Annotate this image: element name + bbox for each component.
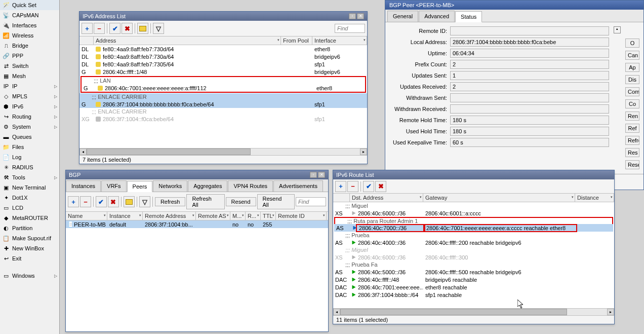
tab-advertisements[interactable]: Advertisements: [273, 180, 323, 192]
col-m-[interactable]: M...▾: [230, 212, 246, 220]
sidebar-item-ip[interactable]: IPIP▷: [0, 81, 59, 91]
side-button[interactable]: Refre: [625, 136, 639, 145]
disable-button[interactable]: ✖: [108, 196, 119, 207]
sidebar-item-exit[interactable]: ↩Exit: [0, 253, 59, 264]
sidebar-item-capsman[interactable]: 📡CAPsMAN: [0, 10, 59, 20]
sidebar-item-windows[interactable]: ▭Windows▷: [0, 271, 59, 281]
sidebar-item-ipv6[interactable]: ⬢IPv6▷: [0, 101, 59, 112]
side-button[interactable]: O: [625, 39, 639, 48]
sidebar-item-bridge[interactable]: ⎍Bridge: [0, 41, 59, 51]
side-button[interactable]: Co: [625, 99, 639, 108]
enable-button[interactable]: ✔: [96, 196, 107, 207]
remove-button[interactable]: −: [80, 196, 91, 207]
side-button[interactable]: Ren: [625, 112, 639, 121]
add-button[interactable]: +: [82, 23, 93, 34]
table-row[interactable]: DAC 2806:3f7:1004:bbbb::/64 sfp1 reachab…: [333, 291, 614, 299]
sidebar-item-files[interactable]: 📁Files: [0, 142, 59, 152]
find-input[interactable]: [335, 24, 365, 33]
sidebar-item-new-winbox[interactable]: ✚New WinBox: [0, 243, 59, 253]
sidebar-item-make-supout.rif[interactable]: 📋Make Supout.rif: [0, 233, 59, 243]
sidebar-item-log[interactable]: 📄Log: [0, 152, 59, 162]
side-button[interactable]: Ap: [625, 63, 639, 72]
minimize-button[interactable]: ▫: [310, 172, 317, 178]
tab-networks[interactable]: Networks: [153, 180, 187, 192]
sidebar-item-quick-set[interactable]: 🪄Quick Set: [0, 0, 59, 10]
col-interface[interactable]: Interface▾: [312, 36, 367, 45]
sidebar-item-ppp[interactable]: 🔗PPP: [0, 51, 59, 61]
add-button[interactable]: +: [335, 181, 346, 192]
table-row[interactable]: XG 2806:3f7:1004::f0ca:bebe/64 sfp1: [79, 115, 367, 123]
col-r-[interactable]: R...▾: [246, 212, 261, 220]
refresh-button[interactable]: Refresh: [155, 197, 186, 206]
filter-button[interactable]: ▽: [153, 23, 164, 34]
col-distance[interactable]: Distance▾: [575, 194, 614, 202]
add-button[interactable]: +: [68, 196, 79, 207]
side-button[interactable]: Can: [625, 51, 639, 60]
tab-advanced[interactable]: Advanced: [419, 11, 455, 22]
table-row[interactable]: DL fe80::4aa9:8aff:feb7:730d/64 ether8: [79, 45, 367, 53]
table-row[interactable]: XS 2806:40c:6000::/36 2806:40c:6001::a:c…: [333, 209, 614, 217]
sidebar-item-switch[interactable]: ⇄Switch: [0, 61, 59, 71]
sidebar-item-new-terminal[interactable]: ▣New Terminal: [0, 182, 59, 193]
tab-vpn4-routes[interactable]: VPN4 Routes: [228, 180, 273, 192]
tab-peers[interactable]: Peers: [127, 181, 153, 192]
tab-aggregates[interactable]: Aggregates: [188, 180, 227, 192]
col-from-pool[interactable]: From Pool: [281, 36, 312, 45]
col-dst[interactable]: Dst. Address▾: [350, 194, 423, 202]
filter-button[interactable]: ▽: [139, 196, 150, 207]
sidebar-item-routing[interactable]: ↪Routing▷: [0, 112, 59, 122]
table-row[interactable]: XS 2806:40c:6000::/36 2806:40c:ffff::300: [333, 253, 614, 261]
table-row[interactable]: DAC 2806:40c:7001:eeee:eee... ether8 rea…: [333, 283, 614, 291]
tab-status[interactable]: Status: [455, 11, 482, 22]
col-ttl[interactable]: TTL▾: [261, 212, 276, 220]
refresh-all-button[interactable]: Refresh All: [186, 194, 224, 209]
col-instance[interactable]: Instance▾: [107, 212, 143, 220]
col-address[interactable]: Address▾: [94, 36, 281, 45]
close-button[interactable]: ✕: [318, 172, 325, 178]
side-button[interactable]: Res: [625, 148, 639, 157]
table-row[interactable]: DL fe80::4aa9:8aff:feb7:730a/64 bridgeip…: [79, 53, 367, 60]
scroll-up-button[interactable]: ▴: [614, 26, 621, 33]
table-row[interactable]: G 2806:40c:7001:eeee:eeee:eeee:a:ffff/11…: [82, 84, 365, 92]
col-remote-address[interactable]: Remote Address▾: [143, 212, 196, 220]
col-name[interactable]: Name▾: [66, 212, 107, 220]
table-row[interactable]: DAC 2806:40c:ffff::/48 bridgeipv6 reacha…: [333, 276, 614, 283]
find-input[interactable]: [296, 197, 326, 206]
resend-all-button[interactable]: Resend All: [257, 194, 295, 209]
sidebar-item-system[interactable]: ⚙System▷: [0, 122, 59, 132]
enable-button[interactable]: ✔: [363, 181, 374, 192]
col-gateway[interactable]: Gateway▾: [423, 194, 575, 202]
disable-button[interactable]: ✖: [122, 23, 133, 34]
tab-instances[interactable]: Instances: [66, 180, 101, 192]
comment-button[interactable]: [124, 196, 135, 207]
minimize-button[interactable]: ▫: [349, 13, 356, 19]
sidebar-item-mesh[interactable]: ▦Mesh: [0, 71, 59, 81]
sidebar-item-mpls[interactable]: ◇MPLS▷: [0, 91, 59, 101]
sidebar-item-dot1x[interactable]: ✦Dot1X: [0, 193, 59, 203]
side-button[interactable]: Ref: [625, 124, 639, 133]
sidebar-item-wireless[interactable]: 📶Wireless: [0, 30, 59, 41]
sidebar-item-radius[interactable]: ✳RADIUS: [0, 162, 59, 172]
table-row[interactable]: 📄 PEER-to-MB default 2806:3f7:1004:bb...…: [66, 220, 328, 228]
enable-button[interactable]: ✔: [109, 23, 120, 34]
table-row[interactable]: G 2806:3f7:1004:bbbb:bbbb:bbbb:f0ca:bebe…: [79, 100, 367, 108]
remove-button[interactable]: −: [94, 23, 105, 34]
table-row[interactable]: AS 2806:40c:4000::/36 2806:40c:ffff::200…: [333, 239, 614, 246]
table-row[interactable]: AS 2806:40c:5000::/36 2806:40c:ffff::500…: [333, 268, 614, 276]
side-button[interactable]: Rese: [625, 160, 639, 169]
sidebar-item-queues[interactable]: ▬Queues: [0, 132, 59, 142]
close-button[interactable]: ✕: [357, 13, 364, 19]
sidebar-item-interfaces[interactable]: 🔌Interfaces: [0, 20, 59, 30]
side-button[interactable]: Com: [625, 87, 639, 96]
sidebar-item-partition[interactable]: ◐Partition: [0, 223, 59, 233]
comment-button[interactable]: [137, 23, 148, 34]
hscroll[interactable]: ◂▸: [79, 148, 367, 155]
side-button[interactable]: Dis: [625, 75, 639, 84]
sidebar-item-lcd[interactable]: ▭LCD: [0, 203, 59, 213]
remove-button[interactable]: −: [347, 181, 358, 192]
col-remote-id[interactable]: Remote ID▾: [276, 212, 327, 220]
sidebar-item-metarouter[interactable]: ◆MetaROUTER: [0, 213, 59, 223]
tab-vrfs[interactable]: VRFs: [101, 180, 127, 192]
resend-button[interactable]: Resend: [226, 197, 256, 206]
table-row[interactable]: AS 2806:40c:7000::/36 2806:40c:7001:eeee…: [334, 224, 613, 232]
